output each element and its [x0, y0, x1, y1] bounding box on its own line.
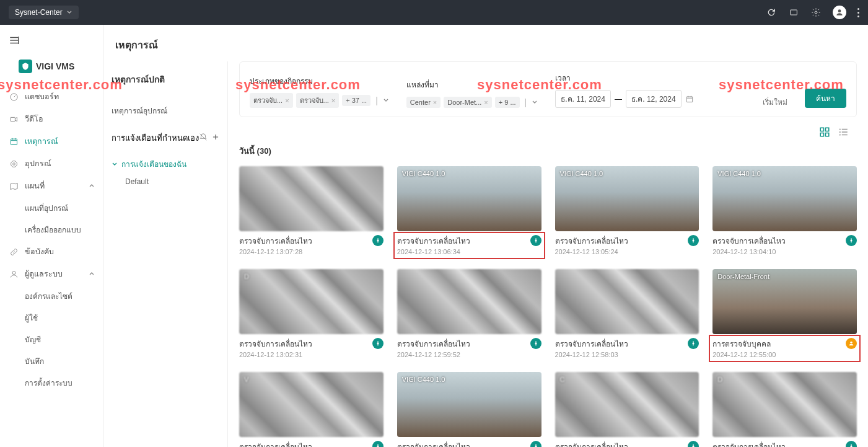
event-timestamp: 2024-12-12 12:55:00	[712, 351, 776, 358]
filter-time-label: เวลา	[555, 72, 693, 84]
search-button[interactable]: ค้นหา	[805, 89, 846, 108]
svg-point-25	[377, 444, 379, 445]
svg-point-20	[851, 238, 852, 239]
chevron-up-icon	[89, 271, 95, 277]
avatar-icon[interactable]	[833, 6, 846, 19]
svg-point-19	[693, 238, 694, 239]
svg-point-24	[850, 342, 852, 343]
fullscreen-icon[interactable]	[788, 7, 799, 18]
grid-view-icon[interactable]	[818, 126, 831, 138]
event-card[interactable]: VIGI C440 1.0 ตรวจจับการเคลื่อนไหว 2024-…	[712, 166, 857, 255]
motion-badge-icon	[688, 338, 699, 349]
event-thumbnail[interactable]	[555, 269, 699, 334]
close-icon[interactable]: ×	[331, 97, 335, 104]
event-grid: ตรวจจับการเคลื่อนไหว 2024-12-12 13:07:28…	[239, 166, 857, 447]
mute-icon[interactable]	[199, 133, 208, 143]
refresh-icon[interactable]	[766, 7, 777, 18]
sidebar-collapse-button[interactable]	[0, 31, 103, 52]
event-title: ตรวจจับการเคลื่อนไหว	[239, 338, 312, 350]
site-selector[interactable]: Sysnet-Center	[9, 6, 79, 19]
svg-point-6	[11, 161, 17, 167]
nav-org[interactable]: องค์กรและไซต์	[0, 285, 103, 307]
svg-point-17	[377, 238, 379, 239]
nav-settings[interactable]: การตั้งค่าระบบ	[0, 372, 103, 394]
date-from-input[interactable]: ธ.ค. 11, 2024	[555, 90, 611, 108]
event-card[interactable]: VIGI C440 1.0 ตรวจจับการเคลื่อนไหว 2024-…	[397, 166, 541, 255]
filter-type-tag[interactable]: ตรวจจับ...×	[250, 93, 293, 108]
nav-video[interactable]: วีดีโอ	[0, 108, 103, 130]
nav-users[interactable]: ผู้ใช้	[0, 307, 103, 329]
page-title: เหตุการณ์	[104, 25, 868, 61]
filter-source-tag[interactable]: Center×	[406, 97, 441, 108]
event-timestamp: 2024-12-12 13:05:24	[555, 248, 628, 255]
filter-source-more[interactable]: + 9 ...	[495, 97, 520, 108]
nav-events[interactable]: เหตุการณ์	[0, 130, 103, 153]
calendar-icon	[9, 136, 19, 146]
event-thumbnail[interactable]: C	[555, 372, 699, 437]
event-card[interactable]: ตรวจจับการเคลื่อนไหว 2024-12-12 12:59:52	[397, 269, 541, 358]
add-icon[interactable]	[211, 133, 220, 143]
event-card[interactable]: D ตรวจจับการเคลื่อนไหว 2024-12-12 13:02:…	[239, 269, 384, 358]
nav-knowledge[interactable]: ข้อบังคับ	[0, 241, 103, 263]
chevron-down-icon[interactable]	[532, 99, 538, 105]
event-thumbnail[interactable]: VIGI C440 1.0	[555, 166, 699, 231]
reset-button[interactable]: เริ่มใหม่	[763, 96, 787, 108]
event-title: ตรวจจับการเคลื่อนไหว	[239, 235, 312, 247]
event-thumbnail[interactable]: V	[239, 372, 384, 437]
nav-map-devices[interactable]: แผนที่อุปกรณ์	[0, 197, 103, 219]
event-thumbnail[interactable]	[239, 166, 384, 231]
filter-type-more[interactable]: + 37 ...	[342, 95, 370, 106]
chevron-down-icon[interactable]	[383, 97, 389, 104]
event-title: การตรวจจับบุคคล	[712, 338, 776, 350]
event-thumbnail[interactable]: VIGI C440 1.0	[397, 166, 541, 231]
event-title: ตรวจจับการเคลื่อนไหว	[397, 235, 470, 247]
event-timestamp: 2024-12-12 12:59:52	[397, 351, 470, 358]
filter-source-tag[interactable]: Door-Met...×	[444, 97, 491, 108]
close-icon[interactable]: ×	[433, 99, 437, 106]
svg-point-7	[12, 162, 15, 165]
event-thumbnail[interactable]: VIGI C440 1.0	[397, 372, 541, 437]
tree-default[interactable]: Default	[112, 174, 220, 190]
tree-my-alerts[interactable]: การแจ้งเตือนของฉัน	[112, 154, 220, 174]
calendar-icon[interactable]	[685, 95, 694, 104]
event-card[interactable]: C ตรวจจับการเคลื่อนไหว 2024-12-12 12:52:…	[555, 372, 699, 447]
event-card[interactable]: ตรวจจับการเคลื่อนไหว 2024-12-12 12:58:03	[555, 269, 699, 358]
nav-map[interactable]: แผนที่	[0, 175, 103, 197]
close-icon[interactable]: ×	[285, 97, 289, 104]
kebab-menu-icon[interactable]	[857, 8, 859, 17]
camera-icon	[9, 159, 19, 169]
nav-devices[interactable]: อุปกรณ์	[0, 153, 103, 175]
event-timestamp: 2024-12-12 12:58:03	[555, 351, 628, 358]
filter-type-tag[interactable]: ตรวจจับ...×	[296, 93, 340, 108]
list-view-icon[interactable]	[837, 126, 849, 138]
nav-admin[interactable]: ผู้ดูแลระบบ	[0, 263, 103, 285]
event-card[interactable]: V ตรวจจับการเคลื่อนไหว 2024-12-12 12:54:…	[239, 372, 384, 447]
event-card[interactable]: D ตรวจจับการเคลื่อนไหว 2024-12-12 12:47:…	[712, 372, 857, 447]
event-card[interactable]: ตรวจจับการเคลื่อนไหว 2024-12-12 13:07:28	[239, 166, 384, 255]
event-thumbnail[interactable]: D	[712, 372, 857, 437]
svg-point-8	[12, 271, 15, 274]
event-card[interactable]: VIGI C440 1.0 ตรวจจับการเคลื่อนไหว 2024-…	[555, 166, 699, 255]
svg-point-28	[851, 444, 852, 445]
nav-logs[interactable]: บันทึก	[0, 350, 103, 372]
nav-dashboard[interactable]: แดชบอร์ท	[0, 86, 103, 108]
camera-label: VIGI C440 1.0	[560, 170, 603, 177]
date-to-input[interactable]: ธ.ค. 12, 2024	[626, 90, 682, 108]
event-thumbnail[interactable]: D	[239, 269, 384, 334]
nav-map-design[interactable]: เครื่องมือออกแบบ	[0, 219, 103, 241]
close-icon[interactable]: ×	[484, 99, 488, 106]
chevron-down-icon	[112, 161, 118, 167]
settings-icon[interactable]	[810, 7, 822, 18]
logo-mark-icon	[19, 60, 32, 73]
event-card[interactable]: Door-Metal-Front การตรวจจับบุคคล 2024-12…	[712, 269, 857, 358]
svg-rect-13	[826, 133, 829, 136]
event-thumbnail[interactable]	[397, 269, 541, 334]
content-area: เหตุการณ์ เหตุการณ์ปกติ เหตุการณ์อุปกรณ์…	[104, 25, 868, 447]
event-title: ตรวจจับการเคลื่อนไหว	[555, 235, 628, 247]
breadcrumb[interactable]: เหตุการณ์อุปกรณ์	[112, 105, 220, 117]
chevron-up-icon	[89, 183, 95, 189]
event-thumbnail[interactable]: VIGI C440 1.0	[712, 166, 857, 231]
event-thumbnail[interactable]: Door-Metal-Front	[712, 269, 857, 334]
nav-accounts[interactable]: บัญชี	[0, 329, 103, 350]
event-card[interactable]: VIGI C440 1.0 ตรวจจับการเคลื่อนไหว 2024-…	[397, 372, 541, 447]
